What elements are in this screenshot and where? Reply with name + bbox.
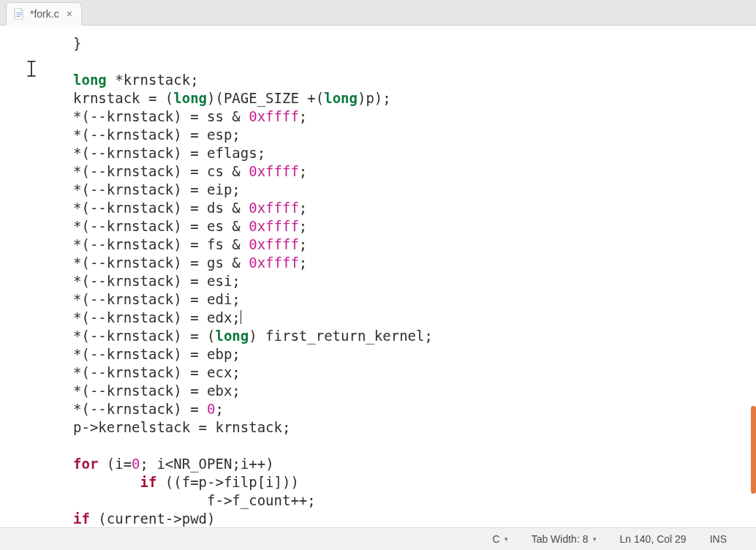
- insert-mode[interactable]: INS: [698, 528, 738, 550]
- cursor-position[interactable]: Ln 140, Col 29: [608, 528, 698, 550]
- tabwidth-value: 8: [583, 533, 589, 545]
- language-selector[interactable]: C ▾: [481, 528, 520, 550]
- tabwidth-selector[interactable]: Tab Width: 8 ▾: [520, 528, 608, 550]
- file-tab[interactable]: *fork.c ×: [6, 2, 82, 26]
- close-icon[interactable]: ×: [65, 8, 74, 20]
- chevron-down-icon: ▾: [593, 535, 597, 543]
- editor-area[interactable]: } long *krnstack; krnstack = (long)(PAGE…: [0, 26, 756, 527]
- cursor-position-label: Ln 140, Col 29: [620, 533, 687, 545]
- insert-mode-label: INS: [710, 533, 727, 545]
- tab-bar: *fork.c ×: [0, 0, 756, 26]
- status-bar: C ▾ Tab Width: 8 ▾ Ln 140, Col 29 INS: [0, 527, 756, 550]
- editor-window: *fork.c × } long *krnstack; krnstack = (…: [0, 0, 756, 550]
- svg-rect-0: [17, 12, 22, 13]
- language-label: C: [493, 533, 500, 545]
- code-content[interactable]: } long *krnstack; krnstack = (long)(PAGE…: [0, 26, 756, 527]
- file-tab-label: *fork.c: [30, 8, 59, 20]
- svg-rect-2: [17, 16, 20, 17]
- chevron-down-icon: ▾: [504, 535, 508, 543]
- file-icon: [14, 8, 24, 20]
- tabwidth-label: Tab Width:: [532, 533, 580, 545]
- svg-rect-1: [17, 15, 22, 15]
- scrollbar-thumb[interactable]: [751, 406, 756, 494]
